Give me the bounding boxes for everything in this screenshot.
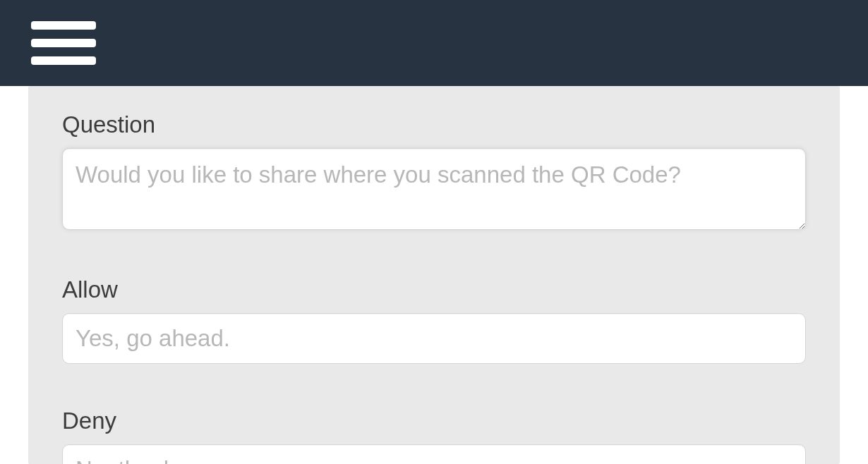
page-body: Question Allow Deny xyxy=(0,86,868,464)
allow-label: Allow xyxy=(62,276,806,303)
hamburger-icon[interactable] xyxy=(31,21,96,65)
scrollbar-track xyxy=(840,86,868,464)
hamburger-bar xyxy=(31,21,96,30)
question-field-group: Question xyxy=(62,111,806,233)
deny-input[interactable] xyxy=(62,444,806,464)
allow-input[interactable] xyxy=(62,313,806,364)
scrollbar-thumb[interactable] xyxy=(854,86,865,464)
hamburger-bar xyxy=(31,56,96,65)
deny-label: Deny xyxy=(62,408,806,434)
hamburger-bar xyxy=(31,39,96,47)
question-input[interactable] xyxy=(62,148,806,230)
deny-field-group: Deny xyxy=(62,408,806,464)
form-card: Question Allow Deny xyxy=(28,86,840,464)
top-nav-bar xyxy=(0,0,868,86)
question-label: Question xyxy=(62,111,806,138)
allow-field-group: Allow xyxy=(62,276,806,364)
